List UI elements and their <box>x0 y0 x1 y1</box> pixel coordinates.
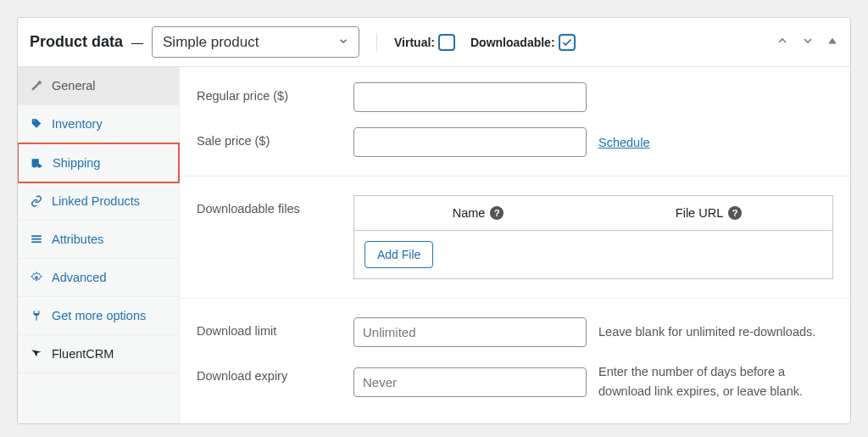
sidebar-item-general[interactable]: General <box>18 67 179 105</box>
svg-marker-0 <box>828 38 836 44</box>
header-tools <box>776 34 838 50</box>
downloadable-files-table: Name ? File URL ? Add File <box>353 195 833 279</box>
link-icon <box>30 194 43 208</box>
sidebar-item-fluentcrm[interactable]: FluentCRM <box>18 335 179 373</box>
sidebar-item-inventory[interactable]: Inventory <box>18 105 179 143</box>
sale-price-label: Sale price ($) <box>197 127 345 148</box>
download-limit-input[interactable] <box>353 317 587 347</box>
downloadable-files-label: Downloadable files <box>197 195 345 216</box>
svg-rect-3 <box>31 241 42 243</box>
dl-table-footer: Add File <box>354 231 832 278</box>
download-expiry-hint: Enter the number of days before a downlo… <box>598 362 827 401</box>
downloadable-checkbox[interactable] <box>559 34 576 51</box>
move-down-icon[interactable] <box>801 34 815 50</box>
regular-price-label: Regular price ($) <box>197 82 345 103</box>
sidebar-item-label: General <box>52 79 96 92</box>
wrench-icon <box>30 79 43 92</box>
virtual-label: Virtual: <box>394 34 455 51</box>
sidebar-item-attributes[interactable]: Attributes <box>18 221 179 259</box>
sale-price-input[interactable] <box>353 127 587 157</box>
fluent-icon <box>30 347 43 361</box>
download-limit-row: Download limit Leave blank for unlimited… <box>180 302 850 347</box>
svg-point-4 <box>35 276 38 279</box>
sidebar-item-advanced[interactable]: Advanced <box>18 259 179 297</box>
virtual-checkbox[interactable] <box>438 34 455 51</box>
sidebar-item-get-more-options[interactable]: Get more options <box>18 297 179 335</box>
content-area: Regular price ($) Sale price ($) Schedul… <box>180 67 850 423</box>
downloadable-label: Downloadable: <box>470 34 576 51</box>
dl-table-header: Name ? File URL ? <box>354 196 832 231</box>
plug-icon <box>30 309 43 322</box>
product-data-panel: Product data — Simple product Virtual: D… <box>17 17 851 424</box>
sidebar-item-label: Get more options <box>52 309 146 322</box>
collapse-icon[interactable] <box>826 35 838 49</box>
regular-price-input[interactable] <box>353 82 587 112</box>
sidebar-item-label: Attributes <box>52 233 103 246</box>
sidebar-item-label: Advanced <box>52 271 107 284</box>
sidebar-item-label: FluentCRM <box>52 347 114 361</box>
sidebar-item-label: Shipping <box>53 156 100 170</box>
panel-title: Product data <box>30 33 123 51</box>
svg-rect-1 <box>31 235 42 237</box>
download-expiry-row: Download expiry Enter the number of days… <box>180 347 850 401</box>
regular-price-row: Regular price ($) <box>180 67 850 112</box>
gear-icon <box>30 271 43 284</box>
vertical-separator <box>376 33 377 52</box>
product-type-select[interactable]: Simple product <box>152 26 359 58</box>
truck-icon <box>31 156 44 170</box>
product-type-select-wrap: Simple product <box>152 26 359 58</box>
add-file-button[interactable]: Add File <box>364 241 433 268</box>
checkbox-group: Virtual: Downloadable: <box>394 34 576 51</box>
help-icon[interactable]: ? <box>490 206 504 220</box>
dl-col-url: File URL ? <box>593 206 824 220</box>
panel-header: Product data — Simple product Virtual: D… <box>18 18 850 67</box>
sidebar-item-label: Linked Products <box>52 194 140 208</box>
download-limit-label: Download limit <box>197 317 345 338</box>
sidebar-item-label: Inventory <box>52 117 103 131</box>
schedule-link[interactable]: Schedule <box>598 136 649 149</box>
download-expiry-input[interactable] <box>353 367 587 397</box>
move-up-icon[interactable] <box>776 34 789 50</box>
dl-col-name: Name ? <box>363 206 593 220</box>
sidebar-item-shipping[interactable]: Shipping <box>17 143 180 183</box>
svg-rect-2 <box>31 238 42 240</box>
list-icon <box>30 233 43 246</box>
download-limit-hint: Leave blank for unlimited re-downloads. <box>598 322 815 342</box>
sidebar: General Inventory Shipping Linked Produc… <box>18 67 180 423</box>
tag-icon <box>30 117 43 131</box>
help-icon[interactable]: ? <box>728 206 742 220</box>
downloadable-files-row: Downloadable files Name ? File URL ? <box>180 180 850 299</box>
panel-body: General Inventory Shipping Linked Produc… <box>18 67 850 423</box>
dash-separator: — <box>131 36 143 49</box>
sidebar-item-linked-products[interactable]: Linked Products <box>18 182 179 221</box>
download-expiry-label: Download expiry <box>197 362 345 383</box>
sale-price-row: Sale price ($) Schedule <box>180 112 850 176</box>
